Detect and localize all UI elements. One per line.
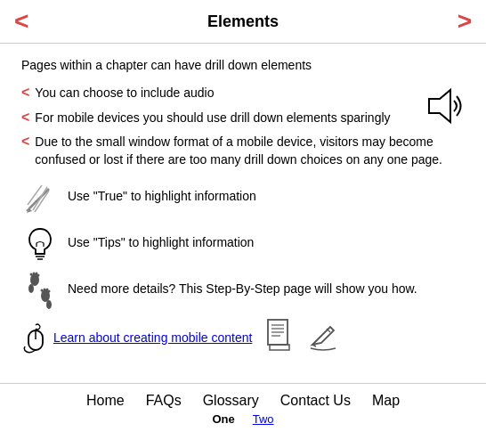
prev-arrow[interactable]: < xyxy=(14,7,28,36)
list-item: < For mobile devices you should use dril… xyxy=(21,110,465,127)
tips-row: Use "Tips" to highlight information xyxy=(21,225,465,263)
footer-pagination: One Two xyxy=(0,412,486,426)
bullet-marker: < xyxy=(21,110,29,126)
true-text: Use "True" to highlight information xyxy=(68,179,256,206)
document-icon xyxy=(264,318,295,354)
page-two[interactable]: Two xyxy=(253,412,274,426)
next-arrow[interactable]: > xyxy=(458,7,472,36)
document-icon-container xyxy=(264,318,295,356)
intro-text: Pages within a chapter can have drill do… xyxy=(21,58,465,72)
tips-text: Use "Tips" to highlight information xyxy=(68,225,254,252)
svg-point-21 xyxy=(48,290,51,293)
speaker-icon xyxy=(422,85,468,127)
edit-icon-container xyxy=(307,320,339,354)
stepbystep-text: Need more details? This Step-By-Step pag… xyxy=(68,272,417,298)
true-row: Use "True" to highlight information xyxy=(21,179,465,216)
link-row: Learn about creating mobile content xyxy=(21,318,465,356)
page-title: Elements xyxy=(207,12,279,31)
speaker-icon-container xyxy=(422,85,468,130)
svg-point-17 xyxy=(37,274,40,277)
list-item: < You can choose to include audio xyxy=(21,85,465,102)
main-content: Pages within a chapter can have drill do… xyxy=(0,44,486,383)
page-header: < Elements > xyxy=(0,0,486,44)
bullet-text: Due to the small window format of a mobi… xyxy=(35,134,465,168)
nav-home[interactable]: Home xyxy=(86,393,125,409)
footer-nav-links: Home FAQs Glossary Contact Us Map xyxy=(0,393,486,409)
svg-line-30 xyxy=(312,345,316,346)
svg-point-15 xyxy=(33,273,36,275)
nav-contact[interactable]: Contact Us xyxy=(280,393,351,409)
edit-icon xyxy=(307,320,339,352)
mobile-content-link[interactable]: Learn about creating mobile content xyxy=(53,330,252,345)
nav-map[interactable]: Map xyxy=(372,393,400,409)
mouse-icon xyxy=(21,322,50,354)
pencil-icon xyxy=(21,179,59,216)
page-one: One xyxy=(212,412,234,426)
svg-marker-0 xyxy=(429,90,450,122)
stepbystep-row: Need more details? This Step-By-Step pag… xyxy=(21,272,465,309)
footprints-icon xyxy=(21,272,59,309)
svg-point-14 xyxy=(30,273,33,276)
svg-line-3 xyxy=(33,187,47,210)
svg-point-18 xyxy=(41,289,44,292)
svg-point-11 xyxy=(28,284,34,293)
bullet-list: < You can choose to include audio < For … xyxy=(21,85,465,168)
bullet-marker: < xyxy=(21,85,29,101)
svg-point-19 xyxy=(44,289,46,291)
bullet-marker: < xyxy=(21,134,29,150)
bullet-text: For mobile devices you should use drill … xyxy=(35,110,390,127)
footer-nav: Home FAQs Glossary Contact Us Map One Tw… xyxy=(0,383,486,429)
svg-point-13 xyxy=(46,300,52,309)
list-item: < Due to the small window format of a mo… xyxy=(21,134,465,168)
bullet-text: You can choose to include audio xyxy=(35,85,214,102)
lightbulb-icon xyxy=(21,225,59,263)
nav-faqs[interactable]: FAQs xyxy=(146,393,182,409)
mouse-link-group[interactable]: Learn about creating mobile content xyxy=(21,322,252,354)
nav-glossary[interactable]: Glossary xyxy=(203,393,259,409)
